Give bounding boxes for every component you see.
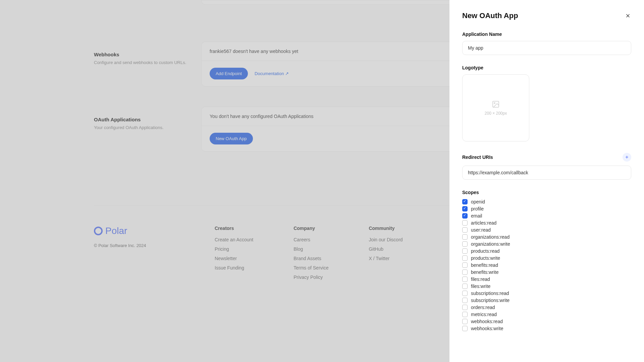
scope-label[interactable]: organizations:write — [471, 241, 510, 247]
scope-checkbox-user-read[interactable] — [462, 227, 468, 233]
app-name-input[interactable] — [462, 41, 631, 55]
scope-label[interactable]: benefits:read — [471, 262, 498, 268]
scope-label[interactable]: metrics:read — [471, 312, 497, 317]
scope-label[interactable]: products:write — [471, 255, 500, 261]
scope-checkbox-organizations-write[interactable] — [462, 241, 468, 247]
logotype-label: Logotype — [462, 65, 631, 70]
scope-label[interactable]: email — [471, 213, 482, 219]
image-icon — [492, 100, 500, 108]
logo-hint: 200 × 200px — [485, 111, 507, 116]
logo-upload-zone[interactable]: 200 × 200px — [462, 74, 529, 141]
scope-checkbox-subscriptions-write[interactable] — [462, 298, 468, 303]
scope-checkbox-subscriptions-read[interactable] — [462, 291, 468, 296]
new-oauth-drawer: New OAuth App Application Name Logotype … — [449, 0, 644, 362]
scope-checkbox-email[interactable] — [462, 213, 468, 219]
scope-label[interactable]: benefits:write — [471, 269, 498, 275]
add-redirect-uri-button[interactable]: + — [623, 153, 631, 162]
scope-label[interactable]: subscriptions:read — [471, 291, 509, 296]
scopes-label: Scopes — [462, 190, 631, 195]
scope-label[interactable]: webhooks:write — [471, 326, 503, 331]
scope-label[interactable]: organizations:read — [471, 234, 509, 240]
drawer-title: New OAuth App — [462, 11, 518, 20]
plus-icon: + — [625, 154, 628, 160]
scope-checkbox-webhooks-write[interactable] — [462, 326, 468, 331]
scope-checkbox-orders-read[interactable] — [462, 305, 468, 310]
scope-checkbox-articles-read[interactable] — [462, 220, 468, 226]
scope-label[interactable]: articles:read — [471, 220, 496, 226]
svg-point-3 — [494, 103, 495, 104]
scope-label[interactable]: products:read — [471, 248, 500, 254]
scope-checkbox-benefits-read[interactable] — [462, 262, 468, 268]
scope-checkbox-files-read[interactable] — [462, 277, 468, 282]
scope-checkbox-metrics-read[interactable] — [462, 312, 468, 317]
scope-checkbox-products-write[interactable] — [462, 255, 468, 261]
scope-checkbox-openid[interactable] — [462, 199, 468, 204]
scope-checkbox-products-read[interactable] — [462, 248, 468, 254]
redirect-uris-label: Redirect URIs — [462, 155, 493, 160]
close-icon[interactable] — [625, 12, 631, 19]
scope-checkbox-profile[interactable] — [462, 206, 468, 212]
scope-label[interactable]: subscriptions:write — [471, 298, 509, 303]
scope-checkbox-webhooks-read[interactable] — [462, 319, 468, 324]
scope-label[interactable]: profile — [471, 206, 484, 212]
scope-label[interactable]: webhooks:read — [471, 319, 503, 324]
scope-checkbox-files-write[interactable] — [462, 284, 468, 289]
scope-checkbox-organizations-read[interactable] — [462, 234, 468, 240]
scope-label[interactable]: files:read — [471, 277, 490, 282]
app-name-label: Application Name — [462, 32, 631, 37]
scope-checkbox-benefits-write[interactable] — [462, 269, 468, 275]
redirect-uri-input[interactable] — [462, 166, 631, 180]
scope-label[interactable]: openid — [471, 199, 485, 204]
scope-label[interactable]: files:write — [471, 284, 490, 289]
scope-label[interactable]: user:read — [471, 227, 491, 233]
scope-label[interactable]: orders:read — [471, 305, 495, 310]
